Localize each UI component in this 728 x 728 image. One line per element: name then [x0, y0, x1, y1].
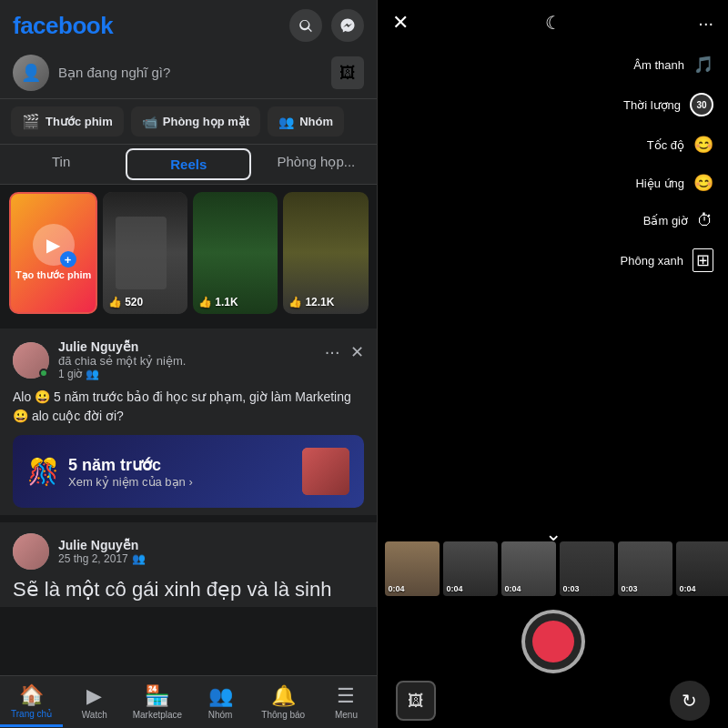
- meeting-button[interactable]: 📹 Phòng họp mặt: [131, 106, 260, 136]
- groups-icon: 👥: [208, 684, 233, 708]
- memory-subtitle[interactable]: Xem kỷ niệm của bạn ›: [68, 475, 193, 489]
- post2-text: Sẽ là một cô gái xinh đẹp và là sinh: [13, 577, 364, 603]
- messenger-icon: [339, 17, 356, 34]
- camera-more-button[interactable]: ···: [698, 13, 713, 34]
- post2-avatar: [13, 533, 49, 570]
- cam-sound-icon: 🎵: [693, 55, 713, 75]
- post-username: Julie Nguyễn: [58, 339, 186, 354]
- marketplace-icon: 🏪: [145, 684, 169, 708]
- nav-watch[interactable]: ▶ Watch: [63, 679, 126, 725]
- home-icon: 🏠: [19, 683, 44, 707]
- header-icons: [289, 9, 364, 42]
- post2-friends-icon: 👥: [132, 552, 146, 565]
- cam-thumb-5[interactable]: 0:04: [676, 541, 728, 596]
- post-text: Alo 😀 5 năm trước bảo đi học sư phạm, gi…: [13, 388, 364, 426]
- cam-menu-duration[interactable]: Thời lượng 30: [621, 93, 713, 116]
- tab-tin[interactable]: Tin: [0, 145, 122, 184]
- tab-reels[interactable]: Reels: [126, 148, 251, 180]
- cam-menu-timer[interactable]: Bấm giờ ⏱: [621, 211, 713, 230]
- reel-card-1[interactable]: 👍 520: [103, 192, 187, 314]
- story-placeholder[interactable]: Bạn đang nghĩ gì?: [58, 65, 322, 81]
- tab-phong-hop[interactable]: Phòng họp...: [255, 145, 377, 184]
- camera-close-button[interactable]: ✕: [392, 11, 409, 35]
- reels-grid: ▶ + Tạo thước phim 👍 520 👍 1.1K: [0, 185, 377, 321]
- cam-menu-effects[interactable]: Hiệu ứng 😊: [621, 173, 713, 193]
- post-controls: ··· ✕: [319, 339, 365, 364]
- cam-thumb-0[interactable]: 0:04: [385, 541, 440, 596]
- cam-thumb-4[interactable]: 0:03: [618, 541, 672, 596]
- cam-duration-badge: 30: [690, 93, 713, 116]
- cam-menu-sound[interactable]: Âm thanh 🎵: [621, 55, 713, 75]
- nav-marketplace-label: Marketplace: [133, 710, 182, 720]
- camera-panel: ✕ ☾ ··· Âm thanh 🎵 Thời lượng 30 Tốc độ …: [378, 0, 728, 728]
- reel-likes-1: 👍 520: [108, 296, 143, 308]
- memory-text: 5 năm trước Xem kỷ niệm của bạn ›: [68, 455, 193, 489]
- record-button[interactable]: [521, 610, 585, 673]
- post-avatar: [13, 342, 49, 379]
- cam-timer-row: Bấm giờ ⏱: [643, 211, 713, 230]
- cam-thumb-1[interactable]: 0:04: [443, 541, 498, 596]
- cam-thumb-3[interactable]: 0:03: [560, 541, 614, 596]
- memory-banner[interactable]: 🎊 5 năm trước Xem kỷ niệm của bạn ›: [13, 435, 364, 508]
- nav-menu[interactable]: ☰ Menu: [315, 679, 378, 725]
- post2-time: 25 thg 2, 2017 👥: [58, 552, 146, 565]
- thumb-duration-4: 0:03: [621, 584, 637, 593]
- cam-effects-label: Hiệu ứng: [635, 177, 684, 190]
- post2-header: Julie Nguyễn 25 thg 2, 2017 👥: [13, 533, 364, 570]
- search-button[interactable]: [289, 9, 322, 42]
- flip-camera-button[interactable]: ↻: [670, 681, 710, 721]
- reel-likes-3: 👍 12.1K: [288, 296, 334, 308]
- watch-icon: ▶: [86, 684, 102, 708]
- group-button[interactable]: 👥 Nhóm: [268, 106, 344, 136]
- cam-sound-row: Âm thanh 🎵: [633, 55, 713, 75]
- thumb-duration-0: 0:04: [388, 584, 404, 593]
- friends-icon: 👥: [86, 368, 99, 380]
- photo-icon-button[interactable]: 🖼: [331, 56, 364, 89]
- cam-duration-row: Thời lượng 30: [623, 93, 713, 116]
- cam-speed-icon: 😊: [693, 135, 713, 155]
- reel-card-2[interactable]: 👍 1.1K: [193, 192, 278, 314]
- bottom-navigation: 🏠 Trang chủ ▶ Watch 🏪 Marketplace 👥 Nhóm…: [0, 675, 377, 728]
- cam-thumb-2[interactable]: 0:04: [501, 541, 556, 596]
- thumb-duration-2: 0:04: [504, 584, 521, 593]
- gallery-icon: 🖼: [408, 692, 424, 711]
- nav-menu-label: Menu: [335, 710, 358, 720]
- post-action-text: đã chia sẻ một kỷ niệm.: [58, 354, 186, 368]
- cam-effects-icon: 😊: [693, 173, 713, 193]
- post-header: Julie Nguyễn đã chia sẻ một kỷ niệm. 1 g…: [13, 339, 364, 380]
- create-reel-card[interactable]: ▶ + Tạo thước phim: [9, 192, 97, 314]
- reels-create-button[interactable]: 🎬 Thước phim: [11, 106, 124, 136]
- cam-effects-row: Hiệu ứng 😊: [635, 173, 713, 193]
- nav-home[interactable]: 🏠 Trang chủ: [0, 678, 63, 727]
- post-card-1: Julie Nguyễn đã chia sẻ một kỷ niệm. 1 g…: [0, 329, 377, 515]
- online-indicator: [39, 369, 48, 378]
- cam-speed-label: Tốc độ: [647, 138, 684, 152]
- story-box[interactable]: 👤 Bạn đang nghĩ gì? 🖼: [0, 47, 377, 99]
- reel-card-3[interactable]: 👍 12.1K: [283, 192, 368, 314]
- cam-speed-row: Tốc độ 😊: [647, 135, 713, 155]
- moon-icon: ☾: [545, 12, 561, 34]
- post-close-button[interactable]: ✕: [350, 342, 364, 362]
- reel-create-icon: ▶ +: [33, 224, 75, 266]
- feed-scroll-area: ▶ + Tạo thước phim 👍 520 👍 1.1K: [0, 185, 377, 728]
- cam-greenscreen-label: Phông xanh: [621, 254, 683, 268]
- nav-groups[interactable]: 👥 Nhóm: [189, 679, 252, 725]
- cam-menu-greenscreen[interactable]: Phông xanh ⊞: [621, 248, 713, 272]
- search-icon: [298, 17, 314, 34]
- camera-side-menu: Âm thanh 🎵 Thời lượng 30 Tốc độ 😊 Hiệu ứ…: [621, 55, 713, 272]
- post2-meta: Julie Nguyễn 25 thg 2, 2017 👥: [58, 538, 146, 565]
- nav-marketplace[interactable]: 🏪 Marketplace: [126, 679, 188, 725]
- reel-plus-icon: +: [60, 251, 76, 268]
- post-time: 1 giờ 👥: [58, 368, 186, 380]
- messenger-button[interactable]: [331, 9, 364, 42]
- memory-icon: 🎊: [27, 457, 59, 487]
- gallery-button[interactable]: 🖼: [396, 681, 436, 721]
- nav-notifications[interactable]: 🔔 Thông báo: [252, 679, 315, 725]
- cam-timer-icon: ⏱: [697, 211, 713, 230]
- nav-notifications-label: Thông báo: [261, 710, 305, 720]
- feed-tabs: Tin Reels Phòng họp...: [0, 145, 377, 185]
- cam-menu-speed[interactable]: Tốc độ 😊: [621, 135, 713, 155]
- cam-thumbnails: 0:04 0:04 0:04 0:03 0:03 0:04: [378, 541, 728, 596]
- post-more-button[interactable]: ···: [319, 339, 346, 364]
- cam-sound-label: Âm thanh: [633, 58, 684, 72]
